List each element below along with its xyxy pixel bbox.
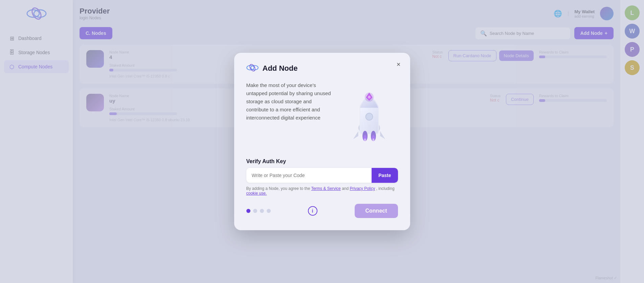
auth-input-group: Paste	[246, 168, 398, 183]
svg-point-4	[251, 65, 258, 70]
modal-overlay: × Add Node Make the most of your device'…	[0, 0, 644, 283]
terms-text: By adding a Node, you agree to the Terms…	[246, 186, 398, 196]
dot-1	[246, 209, 250, 213]
modal-logo	[246, 64, 259, 73]
verify-section: Verify Auth Key Paste By adding a Node, …	[246, 158, 398, 196]
terms-service-link[interactable]: Terms & Service	[311, 186, 340, 191]
svg-point-3	[247, 65, 254, 70]
svg-point-19	[364, 138, 366, 142]
modal-header: Add Node	[246, 64, 398, 73]
modal-description: Make the most of your device's untapped …	[246, 81, 332, 122]
privacy-policy-link[interactable]: Privacy Policy	[350, 186, 375, 191]
svg-point-20	[372, 138, 374, 142]
modal-close-button[interactable]: ×	[397, 61, 401, 68]
rocket-illustration	[340, 81, 398, 149]
paste-button[interactable]: Paste	[372, 168, 398, 183]
dot-4	[267, 209, 271, 213]
add-node-modal: × Add Node Make the most of your device'…	[234, 53, 410, 230]
dot-3	[260, 209, 264, 213]
connect-button[interactable]: Connect	[355, 204, 398, 218]
auth-key-input[interactable]	[246, 168, 372, 183]
cookie-use-link[interactable]: cookie use.	[246, 191, 267, 196]
svg-point-5	[248, 64, 256, 72]
modal-title: Add Node	[263, 64, 298, 73]
dot-2	[253, 209, 257, 213]
pagination-dots	[246, 209, 271, 213]
modal-body: Make the most of your device's untapped …	[246, 81, 398, 149]
svg-point-14	[366, 113, 372, 120]
verify-label: Verify Auth Key	[246, 158, 398, 165]
info-icon[interactable]: i	[308, 206, 317, 216]
modal-footer: i Connect	[246, 204, 398, 218]
svg-point-12	[364, 93, 374, 102]
